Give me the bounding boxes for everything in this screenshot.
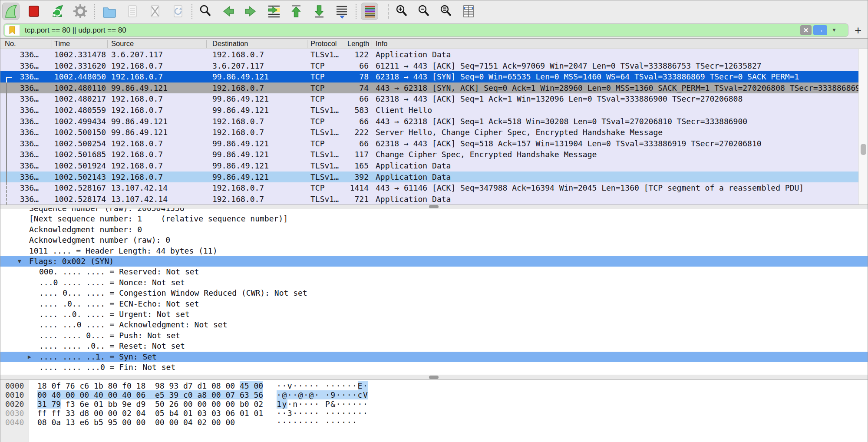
- start-capture-button[interactable]: [2, 3, 20, 20]
- arrow-left-icon: [219, 3, 237, 20]
- restart-capture-button[interactable]: [49, 3, 66, 20]
- display-filter-input[interactable]: tcp.port == 80 || udp.port == 80 ✕ → ▼: [3, 23, 848, 37]
- packet-row[interactable]: 336…1002.331620192.168.0.73.6.207.117TCP…: [0, 60, 868, 72]
- detail-line[interactable]: Acknowledgment number (raw): 0: [0, 235, 868, 245]
- detail-line[interactable]: .... ..0. .... = Urgent: Not set: [0, 309, 868, 320]
- column-divider[interactable]: [206, 40, 207, 48]
- filter-add-button[interactable]: +: [855, 23, 861, 38]
- packet-row[interactable]: 336…1002.501924192.168.0.799.86.49.121TL…: [0, 160, 868, 172]
- column-divider[interactable]: [52, 40, 52, 48]
- toolbar-separator: [191, 4, 192, 19]
- zoom-reset-button[interactable]: [437, 3, 455, 20]
- packet-row[interactable]: 336…1002.48011099.86.49.121192.168.0.7TC…: [0, 82, 868, 94]
- hex-bytes: 31 79 f3 6e 01 bb 9e d9 50 26 00 00 00 0…: [37, 399, 263, 409]
- cell-source: 192.168.0.7: [111, 172, 163, 183]
- packet-row[interactable]: 336…1002.3314783.6.207.117192.168.0.7TLS…: [0, 49, 868, 60]
- detail-line[interactable]: ▶.... .... ..1. = Syn: Set: [0, 352, 868, 362]
- packet-row[interactable]: 336…1002.448050192.168.0.799.86.49.121TC…: [0, 71, 868, 82]
- reload-file-button[interactable]: [169, 3, 187, 20]
- detail-line[interactable]: Acknowledgment number: 0: [0, 224, 868, 235]
- cell-info: 62318 → 443 [ACK] Seq=1 Ack=1 Win=132096…: [376, 93, 858, 105]
- detail-line[interactable]: [Next sequence number: 1 (relative seque…: [0, 214, 868, 224]
- column-divider[interactable]: [345, 40, 345, 48]
- column-header-no[interactable]: No.: [5, 39, 16, 49]
- packet-row[interactable]: 336…1002.52817413.107.42.14192.168.0.7TL…: [0, 194, 868, 205]
- find-packet-button[interactable]: [197, 3, 214, 20]
- main-toolbar: [0, 0, 868, 22]
- column-header-info[interactable]: Info: [376, 39, 388, 49]
- go-forward-button[interactable]: [242, 3, 260, 20]
- colorize-packets-button[interactable]: [361, 3, 378, 20]
- filter-bookmark-button[interactable]: [5, 25, 20, 36]
- column-divider[interactable]: [372, 40, 372, 48]
- splitter-grip[interactable]: [429, 376, 439, 379]
- close-file-button[interactable]: [146, 3, 164, 20]
- column-header-source[interactable]: Source: [111, 39, 134, 49]
- auto-scroll-button[interactable]: [333, 3, 350, 20]
- packet-row[interactable]: 336…1002.50015099.86.49.121192.168.0.7TL…: [0, 127, 868, 138]
- go-back-button[interactable]: [219, 3, 237, 20]
- cell-time: 1002.501685: [54, 149, 106, 160]
- packet-details-pane: Sequence number (raw): 2005041556[Next s…: [0, 208, 868, 375]
- cell-time: 1002.500150: [54, 127, 106, 138]
- cell-length: 222: [330, 127, 369, 138]
- detail-line[interactable]: .... ...0 .... = Acknowledgment: Not set: [0, 320, 868, 330]
- scrollbar-thumb[interactable]: [861, 144, 866, 155]
- hex-row[interactable]: 001000 40 00 00 40 00 40 06 e5 39 c0 a8 …: [0, 390, 868, 399]
- detail-line[interactable]: .... .... ...0 = Fin: Not set: [0, 362, 868, 373]
- cell-time: 1002.448050: [54, 71, 106, 82]
- resize-columns-button[interactable]: [460, 3, 477, 20]
- packet-row[interactable]: 336…1002.500254192.168.0.799.86.49.121TC…: [0, 138, 868, 149]
- filter-clear-button[interactable]: ✕: [800, 25, 812, 35]
- capture-options-button[interactable]: [72, 3, 89, 20]
- detail-line[interactable]: 1011 .... = Header Length: 44 bytes (11): [0, 246, 868, 256]
- hex-row[interactable]: 004008 0a 13 e6 b5 95 00 00 00 00 04 02 …: [0, 418, 868, 427]
- detail-line[interactable]: .... .... 0... = Push: Not set: [0, 330, 868, 341]
- wireshark-window: tcp.port == 80 || udp.port == 80 ✕ → ▼ +…: [0, 0, 868, 442]
- filter-dropdown-caret[interactable]: ▼: [832, 24, 837, 36]
- zoom-out-button[interactable]: [415, 3, 432, 20]
- column-header-protocol[interactable]: Protocol: [310, 39, 337, 49]
- packet-row[interactable]: 336…1002.480217192.168.0.799.86.49.121TC…: [0, 93, 868, 105]
- detail-text: [Next sequence number: 1 (relative seque…: [29, 214, 288, 224]
- expand-arrow-icon[interactable]: ▼: [18, 256, 21, 267]
- cell-time: 1002.502143: [54, 172, 106, 183]
- detail-line[interactable]: ...0 .... .... = Nonce: Not set: [0, 277, 868, 288]
- zoom-in-button[interactable]: [393, 3, 410, 20]
- hex-bytes: 00 40 00 00 40 00 40 06 e5 39 c0 a8 00 0…: [37, 390, 263, 399]
- detail-line[interactable]: ▼Flags: 0x002 (SYN): [0, 256, 868, 267]
- hex-row[interactable]: 002031 79 f3 6e 01 bb 9e d9 50 26 00 00 …: [0, 399, 868, 409]
- column-header-time[interactable]: Time: [54, 39, 70, 49]
- column-divider[interactable]: [307, 40, 307, 48]
- column-header-destination[interactable]: Destination: [212, 39, 248, 49]
- detail-line[interactable]: .... .0.. .... = ECN-Echo: Not set: [0, 299, 868, 309]
- detail-line[interactable]: Sequence number (raw): 2005041556: [0, 208, 868, 214]
- resize-columns-icon: [460, 3, 477, 20]
- collapse-arrow-icon[interactable]: ▶: [28, 352, 31, 362]
- packet-row[interactable]: 336…1002.501685192.168.0.799.86.49.121TL…: [0, 149, 868, 160]
- detail-line[interactable]: .... 0... .... = Congestion Window Reduc…: [0, 288, 868, 298]
- detail-line[interactable]: 000. .... .... = Reserved: Not set: [0, 267, 868, 277]
- open-file-button[interactable]: [101, 3, 118, 20]
- column-divider[interactable]: [107, 40, 108, 48]
- cell-destination: 99.86.49.121: [212, 138, 269, 149]
- column-header-length[interactable]: Length: [347, 39, 370, 49]
- go-to-last-packet-button[interactable]: [310, 3, 328, 20]
- splitter-grip[interactable]: [429, 205, 439, 208]
- packet-row[interactable]: 336…1002.480559192.168.0.799.86.49.121TL…: [0, 105, 868, 116]
- detail-text: Flags: 0x002 (SYN): [29, 256, 114, 267]
- packet-row[interactable]: 336…1002.49943499.86.49.121192.168.0.7TC…: [0, 116, 868, 127]
- splitter-top[interactable]: [0, 205, 868, 208]
- packet-list-scrollbar[interactable]: [858, 49, 868, 205]
- packet-row[interactable]: 336…1002.502143192.168.0.799.86.49.121TL…: [0, 172, 868, 183]
- go-to-packet-button[interactable]: [265, 3, 282, 20]
- hex-row[interactable]: 0030ff ff 33 d8 00 00 02 04 05 b4 01 03 …: [0, 409, 868, 418]
- filter-apply-button[interactable]: →: [813, 25, 827, 35]
- hex-row[interactable]: 000018 0f 76 c6 1b 80 f0 18 98 93 d7 d1 …: [0, 381, 868, 390]
- save-file-button[interactable]: [124, 3, 141, 20]
- packet-row[interactable]: 336…1002.52816713.107.42.14192.168.0.7TC…: [0, 182, 868, 194]
- detail-line[interactable]: .... .... .0.. = Reset: Not set: [0, 341, 868, 351]
- stop-capture-button[interactable]: [25, 3, 43, 20]
- go-to-first-packet-button[interactable]: [287, 3, 305, 20]
- splitter-bottom[interactable]: [0, 375, 868, 380]
